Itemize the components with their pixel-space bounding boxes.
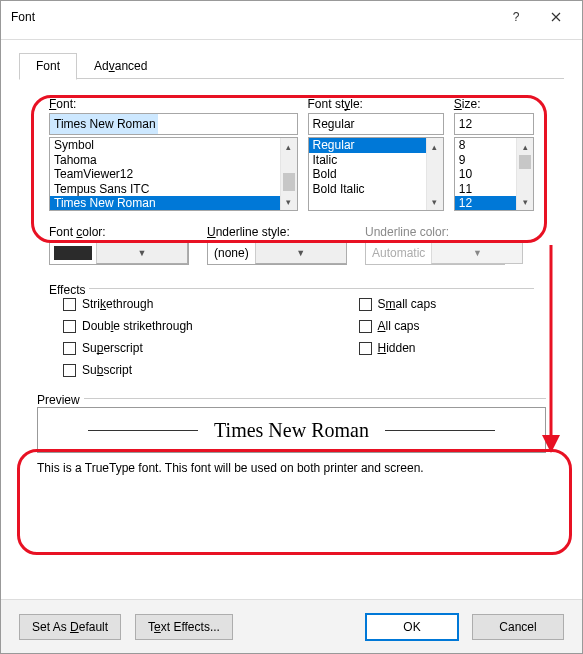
superscript-checkbox[interactable]: Superscript: [63, 341, 239, 355]
cancel-button[interactable]: Cancel: [472, 614, 564, 640]
font-dialog: Font ? Font Advanced Font: SymbolTahomaT…: [0, 0, 583, 654]
underline-style-combo[interactable]: (none) ▼: [207, 241, 347, 265]
small-caps-checkbox[interactable]: Small caps: [359, 297, 535, 311]
effects-heading: Effects: [49, 283, 89, 297]
scroll-up-icon[interactable]: ▴: [281, 138, 297, 155]
list-item[interactable]: 11: [455, 182, 516, 197]
tab-strip: Font Advanced: [19, 52, 564, 79]
font-listbox[interactable]: SymbolTahomaTeamViewer12Tempus Sans ITCT…: [49, 137, 298, 211]
list-item[interactable]: 10: [455, 167, 516, 182]
scrollbar[interactable]: ▴ ▾: [516, 138, 533, 210]
list-item[interactable]: Bold: [309, 167, 426, 182]
color-swatch: [54, 246, 92, 260]
list-item[interactable]: Times New Roman: [50, 196, 280, 210]
preview-box: Times New Roman: [37, 407, 546, 453]
list-item[interactable]: Tahoma: [50, 153, 280, 168]
close-icon: [551, 12, 561, 22]
preview-note: This is a TrueType font. This font will …: [37, 461, 546, 475]
size-listbox[interactable]: 89101112 ▴ ▾: [454, 137, 534, 211]
font-color-label: Font color:: [49, 225, 189, 239]
scroll-down-icon[interactable]: ▾: [281, 193, 297, 210]
help-button[interactable]: ?: [496, 3, 536, 31]
subscript-checkbox[interactable]: Subscript: [63, 363, 239, 377]
ok-button[interactable]: OK: [366, 614, 458, 640]
font-input[interactable]: [49, 113, 298, 135]
hidden-checkbox[interactable]: Hidden: [359, 341, 535, 355]
chevron-down-icon: ▼: [255, 242, 347, 264]
list-item[interactable]: Regular: [309, 138, 426, 153]
scrollbar[interactable]: ▴ ▾: [426, 138, 443, 210]
scroll-up-icon[interactable]: ▴: [517, 138, 533, 155]
chevron-down-icon: ▼: [96, 242, 188, 264]
list-item[interactable]: Bold Italic: [309, 182, 426, 197]
scroll-up-icon[interactable]: ▴: [427, 138, 443, 155]
font-label: Font:: [49, 97, 298, 111]
underline-style-label: Underline style:: [207, 225, 347, 239]
tab-font[interactable]: Font: [19, 53, 77, 80]
scrollbar[interactable]: ▴ ▾: [280, 138, 297, 210]
double-strikethrough-checkbox[interactable]: Double strikethrough: [63, 319, 239, 333]
preview-sample: Times New Roman: [214, 419, 369, 442]
list-item[interactable]: Tempus Sans ITC: [50, 182, 280, 197]
chevron-down-icon: ▼: [431, 242, 523, 264]
style-input[interactable]: [308, 113, 444, 135]
preview-heading: Preview: [37, 393, 84, 407]
all-caps-checkbox[interactable]: All caps: [359, 319, 535, 333]
underline-color-combo: Automatic ▼: [365, 241, 505, 265]
close-button[interactable]: [536, 3, 576, 31]
style-listbox[interactable]: RegularItalicBoldBold Italic ▴ ▾: [308, 137, 444, 211]
list-item[interactable]: TeamViewer12: [50, 167, 280, 182]
titlebar: Font ?: [1, 1, 582, 33]
underline-color-label: Underline color:: [365, 225, 505, 239]
list-item[interactable]: 8: [455, 138, 516, 153]
style-label: Font style:: [308, 97, 444, 111]
list-item[interactable]: 9: [455, 153, 516, 168]
window-title: Font: [11, 10, 496, 24]
dialog-footer: Set As Default Text Effects... OK Cancel: [1, 599, 582, 653]
font-color-combo[interactable]: ▼: [49, 241, 189, 265]
set-as-default-button[interactable]: Set As Default: [19, 614, 121, 640]
text-effects-button[interactable]: Text Effects...: [135, 614, 233, 640]
scroll-down-icon[interactable]: ▾: [427, 193, 443, 210]
strikethrough-checkbox[interactable]: Strikethrough: [63, 297, 239, 311]
list-item[interactable]: Italic: [309, 153, 426, 168]
tab-advanced[interactable]: Advanced: [77, 53, 164, 80]
size-input[interactable]: [454, 113, 534, 135]
list-item[interactable]: 12: [455, 196, 516, 210]
scroll-down-icon[interactable]: ▾: [517, 193, 533, 210]
size-label: Size:: [454, 97, 534, 111]
list-item[interactable]: Symbol: [50, 138, 280, 153]
